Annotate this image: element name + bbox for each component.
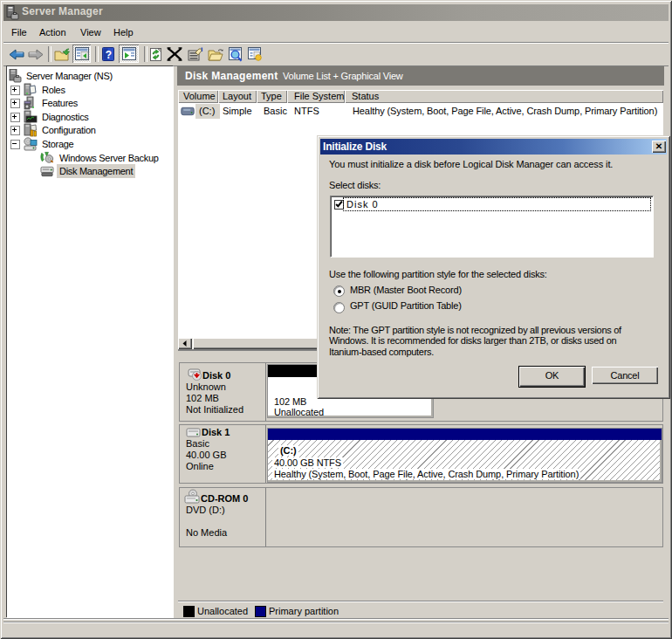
svg-text:?: ? [106, 49, 112, 61]
